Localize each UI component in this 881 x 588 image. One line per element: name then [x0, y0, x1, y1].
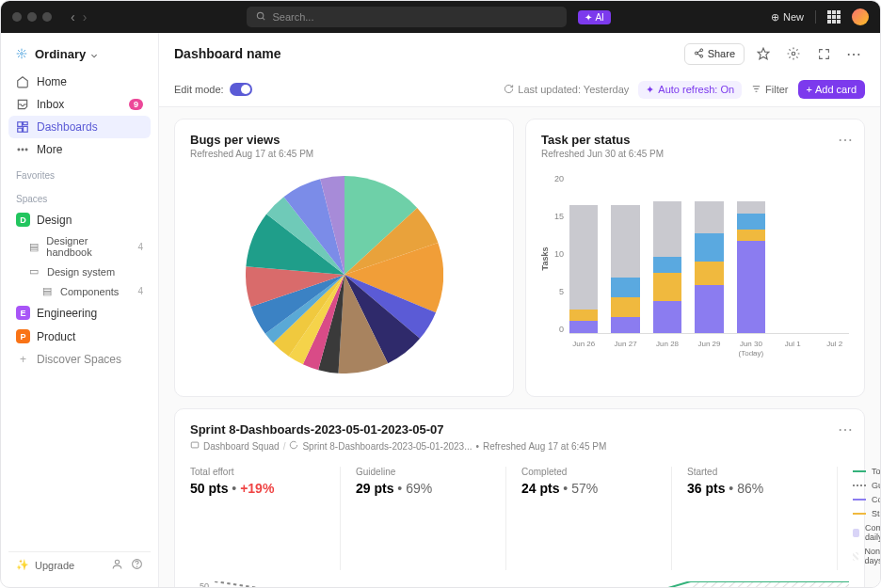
sidebar-item-inbox[interactable]: Inbox 9	[8, 93, 151, 116]
svg-rect-31	[191, 442, 199, 448]
sub-item-count: 4	[137, 242, 143, 252]
team-icon	[190, 440, 200, 452]
ai-button[interactable]: ✦ AI	[578, 10, 610, 24]
card-sprint: ⋯ Sprint 8-Dashboards-2023-05-01-2023-05…	[174, 408, 865, 587]
expand-button[interactable]	[812, 42, 835, 65]
svg-rect-14	[18, 128, 23, 132]
svg-point-21	[700, 48, 703, 51]
share-button[interactable]: Share	[684, 43, 745, 65]
sidebar-section-favorites: Favorites	[8, 161, 151, 184]
forward-button[interactable]: ›	[83, 9, 88, 24]
back-button[interactable]: ‹	[71, 9, 75, 24]
sparkle-icon: ✨	[16, 559, 29, 571]
pie-chart	[246, 176, 443, 373]
plus-icon: +	[16, 353, 30, 366]
sparkle-icon: ✦	[585, 12, 592, 23]
space-badge-icon: E	[16, 306, 30, 320]
space-engineering[interactable]: E Engineering	[8, 301, 151, 325]
settings-button[interactable]	[782, 42, 805, 65]
sub-item-label: Design system	[47, 266, 115, 278]
crumb-sprint[interactable]: Sprint 8-Dashboards-2023-05-01-2023...	[302, 441, 472, 452]
sidebar-item-label: Home	[37, 75, 67, 88]
space-label: Product	[37, 330, 75, 343]
share-label: Share	[708, 48, 735, 59]
card-title: Sprint 8-Dashboards-2023-05-01-2023-05-0…	[190, 422, 849, 437]
sidebar-section-spaces: Spaces	[8, 184, 151, 208]
window-controls[interactable]	[12, 12, 52, 22]
search-icon	[256, 11, 266, 24]
card-task-per-status: ⋯ Task per status Refreshed Jun 30 at 6:…	[525, 119, 865, 397]
sprint-legend: Total effort Guideline Completed Started…	[853, 467, 880, 570]
filter-label: Filter	[765, 84, 788, 95]
svg-line-1	[263, 17, 264, 19]
card-menu-button[interactable]: ⋯	[838, 131, 853, 149]
add-card-button[interactable]: + Add card	[798, 80, 865, 99]
space-sub-designer-handbook[interactable]: ▤ Designer handbook 4	[8, 231, 151, 262]
sub-item-label: Components	[60, 286, 119, 297]
metric-completed: Completed 24 pts • 57%	[521, 467, 672, 570]
folder-icon: ▭	[29, 265, 40, 278]
svg-point-20	[136, 566, 137, 567]
inbox-icon	[16, 98, 29, 111]
sprint-chart: 504030	[190, 581, 849, 587]
crumb-team[interactable]: Dashboard Squad	[203, 441, 280, 452]
svg-point-27	[792, 52, 795, 56]
apps-icon[interactable]	[827, 10, 841, 24]
svg-line-10	[24, 50, 25, 52]
svg-rect-13	[24, 126, 28, 132]
plus-icon: +	[807, 84, 812, 95]
share-icon	[694, 48, 704, 60]
filter-button[interactable]: Filter	[751, 84, 788, 96]
card-menu-button[interactable]: ⋯	[838, 421, 853, 438]
svg-point-18	[115, 560, 119, 564]
search-input[interactable]: Search...	[247, 7, 567, 27]
discover-spaces[interactable]: + Discover Spaces	[8, 348, 151, 371]
workspace-switcher[interactable]: Ordinary ⌵	[8, 42, 151, 71]
more-icon	[16, 143, 29, 156]
card-subtitle: Refreshed Jun 30 at 6:45 PM	[541, 149, 849, 159]
space-design[interactable]: D Design	[8, 208, 151, 231]
star-button[interactable]	[752, 42, 775, 65]
add-card-label: Add card	[815, 84, 857, 95]
autorefresh-button[interactable]: ✦ Auto refresh: On	[638, 81, 742, 99]
svg-point-22	[695, 52, 697, 55]
help-icon[interactable]	[131, 558, 143, 572]
refresh-icon	[504, 84, 514, 96]
svg-point-2	[21, 53, 24, 56]
upgrade-button[interactable]: Upgrade	[35, 560, 74, 571]
svg-point-0	[258, 12, 264, 18]
space-badge-icon: P	[16, 329, 30, 343]
user-icon[interactable]	[111, 558, 123, 572]
card-title: Bugs per views	[190, 133, 498, 147]
space-label: Design	[37, 214, 72, 227]
space-sub-design-system[interactable]: ▭ Design system	[8, 262, 151, 281]
sidebar-item-home[interactable]: Home	[8, 71, 151, 93]
edit-mode-label: Edit mode:	[174, 84, 224, 95]
avatar[interactable]	[852, 8, 869, 25]
sidebar-item-label: Dashboards	[37, 120, 98, 134]
chevron-down-icon: ⌵	[91, 49, 97, 59]
sparkle-icon: ✦	[646, 84, 654, 96]
brand-name: Ordinary	[35, 47, 86, 61]
svg-line-8	[24, 56, 25, 57]
sidebar-item-more[interactable]: More	[8, 138, 151, 161]
sub-item-count: 4	[137, 286, 143, 296]
svg-point-15	[18, 149, 20, 151]
crumb-refreshed: Refreshed Aug 17 at 6:45 PM	[483, 441, 606, 452]
space-product[interactable]: P Product	[8, 325, 151, 348]
card-bugs-per-views: Bugs per views Refreshed Aug 17 at 6:45 …	[174, 119, 514, 397]
space-badge-icon: D	[16, 213, 30, 227]
svg-line-7	[18, 50, 20, 52]
svg-point-17	[25, 149, 27, 151]
sidebar-item-label: More	[37, 143, 62, 156]
sprint-icon	[289, 440, 298, 452]
document-icon: ▤	[42, 285, 54, 297]
sidebar-item-dashboards[interactable]: Dashboards	[8, 116, 151, 138]
new-button[interactable]: ⊕ New	[771, 11, 804, 24]
space-sub-components[interactable]: ▤ Components 4	[8, 281, 151, 301]
metric-total-effort: Total effort 50 pts • +19%	[190, 467, 341, 570]
more-button[interactable]: ⋯	[842, 42, 865, 65]
sidebar-item-label: Inbox	[37, 98, 64, 111]
edit-mode-toggle[interactable]	[230, 83, 252, 96]
sub-item-label: Designer handbook	[46, 235, 131, 258]
